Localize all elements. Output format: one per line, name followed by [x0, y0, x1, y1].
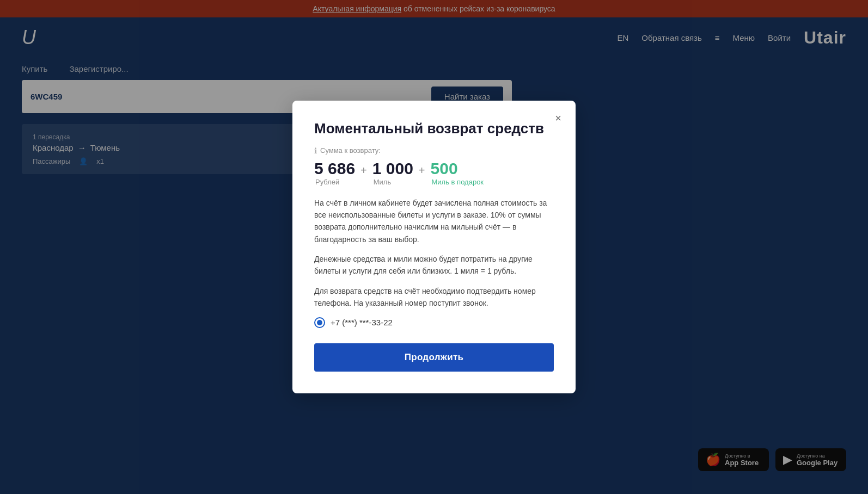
- modal-desc-3: Для возврата средств на счёт необходимо …: [314, 285, 554, 310]
- radio-button[interactable]: [314, 317, 325, 328]
- sum-label-text: Сумма к возврату:: [320, 146, 381, 155]
- modal-dialog: × Моментальный возврат средств ℹ Сумма к…: [292, 101, 576, 393]
- amount-miles-group: 1 000 Миль: [372, 159, 413, 186]
- amount-rubles-group: 5 686 Рублей: [314, 159, 355, 186]
- plus-1: +: [360, 164, 367, 177]
- phone-row[interactable]: +7 (***) ***-33-22: [314, 317, 554, 328]
- phone-number: +7 (***) ***-33-22: [331, 318, 393, 327]
- amount-bonus-group: 500 Миль в подарок: [431, 159, 484, 186]
- amounts-row: 5 686 Рублей + 1 000 Миль + 500 Миль в п…: [314, 159, 554, 186]
- continue-button[interactable]: Продолжить: [314, 343, 554, 372]
- info-icon: ℹ: [314, 146, 317, 155]
- amount-bonus-unit: Миль в подарок: [432, 178, 484, 186]
- radio-inner: [317, 320, 322, 325]
- modal-close-button[interactable]: ×: [549, 109, 567, 127]
- amount-bonus-value: 500: [431, 159, 458, 178]
- modal-desc-1: На счёт в личном кабинете будет зачислен…: [314, 197, 554, 246]
- sum-label-row: ℹ Сумма к возврату:: [314, 146, 554, 155]
- amount-rubles-unit: Рублей: [315, 178, 339, 186]
- modal-overlay[interactable]: × Моментальный возврат средств ℹ Сумма к…: [0, 0, 868, 494]
- plus-2: +: [419, 164, 425, 177]
- amount-miles-value: 1 000: [372, 159, 413, 178]
- modal-desc-2: Денежные средства и мили можно будет пот…: [314, 253, 554, 277]
- amount-miles-unit: Миль: [374, 178, 391, 186]
- amount-rubles-value: 5 686: [314, 159, 355, 178]
- modal-title: Моментальный возврат средств: [314, 120, 554, 137]
